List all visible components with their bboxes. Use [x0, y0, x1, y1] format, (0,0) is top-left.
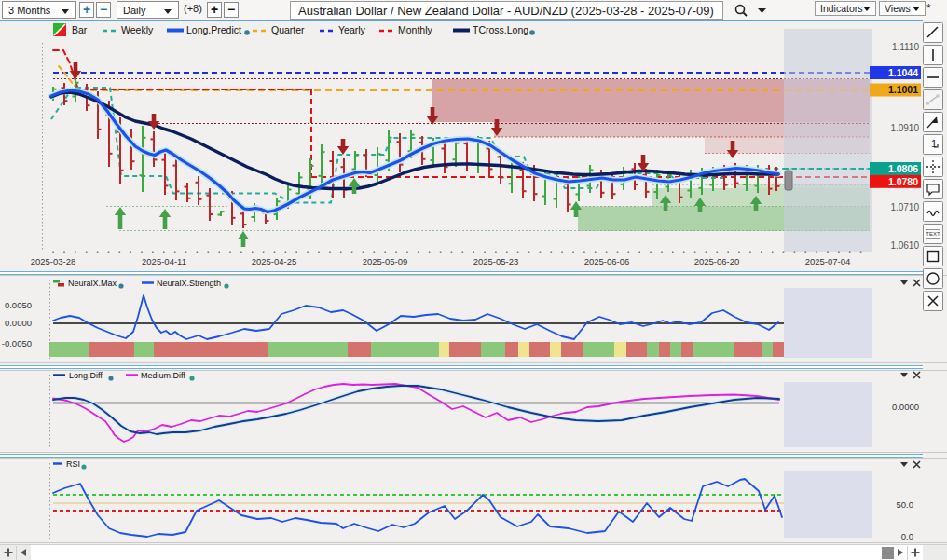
- svg-text:0.0000: 0.0000: [892, 402, 919, 412]
- svg-text:1.1001: 1.1001: [888, 84, 918, 95]
- svg-text:1.0710: 1.0710: [890, 202, 919, 212]
- svg-text:Long.Diff: Long.Diff: [69, 371, 103, 380]
- svg-text:-0.0050: -0.0050: [2, 338, 32, 348]
- svg-text:RSI: RSI: [66, 459, 80, 469]
- svg-text:1.0910: 1.0910: [890, 123, 919, 133]
- svg-text:NeuralX.Max: NeuralX.Max: [68, 279, 117, 288]
- svg-text:1.0806: 1.0806: [888, 163, 918, 174]
- svg-text:2025-06-20: 2025-06-20: [694, 256, 740, 266]
- svg-text:1.1044: 1.1044: [888, 67, 918, 78]
- svg-text:TEXT: TEXT: [926, 231, 940, 237]
- svg-text:0.0000: 0.0000: [5, 318, 32, 328]
- svg-text:1.0610: 1.0610: [890, 240, 919, 251]
- svg-text:1.0780: 1.0780: [888, 176, 918, 187]
- svg-text:2025-04-11: 2025-04-11: [142, 256, 186, 266]
- svg-text:1.1110: 1.1110: [892, 42, 920, 52]
- svg-text:0.0: 0.0: [901, 531, 913, 541]
- svg-text:2025-05-09: 2025-05-09: [363, 256, 408, 266]
- svg-text:2025-05-23: 2025-05-23: [474, 256, 519, 266]
- svg-text:NeuralX.Strength: NeuralX.Strength: [157, 279, 221, 288]
- svg-text:50.0: 50.0: [897, 499, 914, 510]
- svg-text:Medium.Diff: Medium.Diff: [141, 371, 185, 380]
- svg-text:2025-07-04: 2025-07-04: [805, 256, 851, 266]
- svg-text:2025-04-25: 2025-04-25: [252, 256, 297, 266]
- svg-text:0.0050: 0.0050: [5, 300, 32, 310]
- svg-text:2025-06-06: 2025-06-06: [584, 256, 630, 266]
- svg-text:2025-03-28: 2025-03-28: [31, 256, 76, 266]
